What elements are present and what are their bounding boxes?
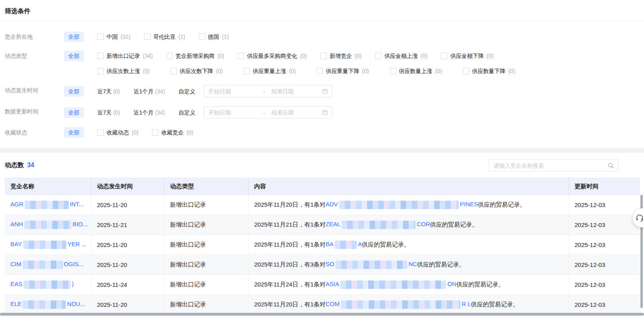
dynamics-count: 动态数34 [5, 161, 34, 170]
dynamic-type-cell: 新增出口记录 [164, 235, 249, 255]
checkbox-count: (1) [222, 32, 229, 42]
location-option-colombia[interactable]: 哥伦比亚 (1) [144, 32, 185, 42]
occur-time-last30[interactable]: 近1个月 (34) [134, 86, 165, 97]
checkbox-icon[interactable] [316, 68, 323, 74]
dynamics-count-label: 动态数 [5, 162, 24, 168]
competitor-search-box[interactable] [488, 159, 618, 172]
supplier-link[interactable]: ZEALCOR [326, 221, 430, 229]
checkbox-count: (0) [300, 51, 307, 61]
occur-time-last7[interactable]: 近7天 (0) [97, 86, 120, 97]
supplier-link[interactable]: COMR L [326, 300, 471, 309]
checkbox-icon[interactable] [238, 53, 244, 59]
company-link[interactable]: BAYYER ... [10, 241, 86, 249]
favorite-all-button[interactable]: 全部 [64, 127, 84, 138]
checkbox-icon[interactable] [166, 53, 173, 59]
checkbox-icon[interactable] [441, 53, 447, 59]
checkbox-icon[interactable] [170, 68, 177, 74]
checkbox-icon[interactable] [97, 34, 104, 40]
type-option-top-buyer-change[interactable]: 供应最多采购商变化 (0) [238, 51, 307, 61]
update-time-last7[interactable]: 近7天 (0) [97, 107, 120, 118]
type-option-new-export-record[interactable]: 新增出口记录 (34) [97, 51, 153, 61]
checkbox-icon[interactable] [97, 129, 104, 136]
checkbox-count: (0) [486, 51, 493, 61]
update-date-cell: 2025-12-03 [569, 215, 640, 235]
checkbox-label: 供应金额下降 [450, 51, 484, 61]
end-date-placeholder[interactable]: 结束日期 [268, 86, 322, 97]
header-company-name: 竞企名称 [5, 178, 91, 195]
dynamic-type-cell: 新增出口记录 [164, 195, 249, 215]
checkbox-icon[interactable] [243, 68, 250, 74]
type-option-qty-down[interactable]: 供应数量下降 (0) [463, 66, 515, 76]
search-input[interactable] [493, 162, 608, 169]
type-option-amount-down[interactable]: 供应金额下降 (0) [441, 51, 493, 61]
filter-row-favorite: 收藏状态 全部 收藏动态 (0) 收藏竞企 (0) [5, 127, 639, 138]
censored-mosaic [25, 201, 69, 209]
header-content: 内容 [249, 178, 569, 195]
location-option-germany[interactable]: 德国 (1) [199, 32, 229, 42]
checkbox-label: 竞企新增采购商 [176, 51, 215, 61]
update-time-all-button[interactable]: 全部 [64, 107, 84, 118]
start-date-placeholder[interactable]: 开始日期 [208, 107, 259, 118]
supplier-link[interactable]: ADVPINES [326, 201, 478, 209]
checkbox-icon[interactable] [320, 53, 327, 59]
company-link[interactable]: ANHBIO... [10, 221, 88, 229]
company-link[interactable]: CIMOGIS... [10, 261, 84, 269]
occur-date-cell: 2025-11-21 [91, 215, 164, 235]
supplier-link[interactable]: BAA [326, 241, 362, 249]
type-option-new-competitor[interactable]: 新增竞企 (0) [320, 51, 362, 61]
occur-time-all-button[interactable]: 全部 [64, 86, 84, 97]
type-option-times-up[interactable]: 供应次数上涨 (0) [97, 66, 150, 76]
type-option-times-down[interactable]: 供应次数下降 (0) [170, 66, 223, 76]
type-option-new-buyer[interactable]: 竞企新增采购商 (0) [166, 51, 224, 61]
search-icon[interactable] [608, 162, 614, 169]
company-link[interactable]: EAS) [10, 280, 74, 289]
filter-label-occur-time: 动态发生时间 [5, 85, 64, 95]
filter-row-location: 竞企所在地 全部 中国 (31) 哥伦比亚 (1) 德国 (1) [5, 32, 639, 42]
checkbox-icon[interactable] [152, 129, 158, 136]
update-time-last30[interactable]: 近1个月 (34) [134, 107, 165, 118]
type-option-qty-up[interactable]: 供应数量上涨 (0) [390, 66, 442, 76]
arrow-right-icon: → [259, 107, 268, 118]
checkbox-icon[interactable] [97, 53, 104, 59]
dynamics-list-section: 动态数34 竞企名称 动态发生时间 动态类型 内容 更新时间 AGRINT...… [0, 153, 644, 315]
checkbox-icon[interactable] [390, 68, 396, 74]
location-option-china[interactable]: 中国 (31) [97, 32, 130, 42]
company-link[interactable]: ELENDU... [10, 300, 85, 309]
update-time-custom-label: 自定义 [178, 107, 195, 118]
occur-time-date-range-input[interactable]: 开始日期 → 结束日期 [204, 85, 332, 97]
checkbox-count: (0) [355, 51, 362, 61]
update-time-date-range-input[interactable]: 开始日期 → 结束日期 [204, 106, 332, 118]
update-date-cell: 2025-12-03 [569, 295, 640, 314]
censored-mosaic [24, 280, 71, 289]
headset-icon [635, 213, 644, 222]
checkbox-label: 供应数量上涨 [399, 66, 433, 76]
start-date-placeholder[interactable]: 开始日期 [208, 86, 259, 97]
checkbox-icon[interactable] [144, 34, 150, 40]
occur-date-cell: 2025-11-24 [91, 275, 164, 294]
table-header-row: 竞企名称 动态发生时间 动态类型 内容 更新时间 [5, 178, 640, 195]
checkbox-label: 供应次数下降 [180, 66, 213, 76]
location-all-button[interactable]: 全部 [64, 32, 84, 42]
checkbox-count: (0) [421, 51, 427, 61]
checkbox-icon[interactable] [375, 53, 381, 59]
dynamic-type-cell: 新增出口记录 [164, 295, 249, 314]
dynamic-type-all-button[interactable]: 全部 [64, 51, 84, 61]
end-date-placeholder[interactable]: 结束日期 [268, 107, 322, 118]
type-option-amount-up[interactable]: 供应金额上涨 (0) [375, 51, 427, 61]
type-option-weight-up[interactable]: 供应重量上涨 (0) [243, 66, 296, 76]
favorite-option-competitors[interactable]: 收藏竞企 (0) [152, 127, 193, 138]
type-option-weight-down[interactable]: 供应重量下降 (0) [316, 66, 369, 76]
horizontal-scrollbar[interactable] [0, 313, 644, 316]
filter-label-dynamic-type: 动态类型 [5, 51, 64, 61]
checkbox-icon[interactable] [97, 68, 104, 74]
supplier-link[interactable]: SONC [326, 261, 417, 269]
checkbox-icon[interactable] [463, 68, 469, 74]
censored-mosaic [24, 221, 71, 229]
filter-row-occur-time: 动态发生时间 全部 近7天 (0) 近1个月 (34) 自定义 开始日期 → 结… [5, 85, 639, 97]
supplier-link[interactable]: ASIAON [326, 280, 456, 289]
checkbox-icon[interactable] [199, 34, 205, 40]
filter-row-update-time: 数据更新时间 全部 近7天 (0) 近1个月 (34) 自定义 开始日期 → 结… [5, 106, 639, 118]
company-link[interactable]: AGRINT... [10, 201, 84, 209]
censored-mosaic [23, 261, 63, 269]
favorite-option-dynamics[interactable]: 收藏动态 (0) [97, 127, 138, 138]
